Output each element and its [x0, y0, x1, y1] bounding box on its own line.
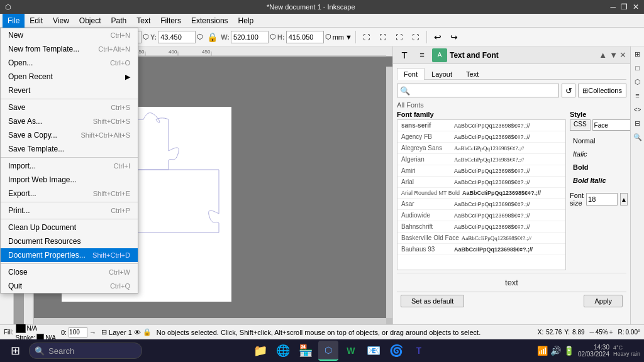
taskbar-app-chrome[interactable]: 🌀: [386, 341, 406, 361]
panel-layers-icon[interactable]: ⊟: [631, 117, 644, 129]
panel-transform-icon[interactable]: ⬡: [631, 75, 644, 88]
font-item-amiri[interactable]: Amiri AaBbCcIiPpQq123698$€¢?.;//: [397, 165, 565, 177]
panel-abc-icon[interactable]: A: [432, 48, 447, 62]
menu-import-web[interactable]: Import Web Image...: [1, 173, 138, 187]
apply-button[interactable]: Apply: [584, 295, 623, 307]
set-as-default-button[interactable]: Set as default: [401, 295, 464, 307]
redo-btn[interactable]: ↪: [447, 30, 462, 45]
h-input[interactable]: [286, 31, 324, 43]
snap-btn1[interactable]: ⛶: [359, 30, 374, 45]
panel-layout-icon[interactable]: ≡: [414, 48, 430, 62]
close-button[interactable]: ✕: [633, 3, 639, 11]
menu-doc-properties[interactable]: Document Properties... Shift+Ctrl+D: [1, 248, 138, 262]
zoom-plus[interactable]: +: [609, 329, 613, 336]
font-search-box[interactable]: 🔍: [397, 84, 559, 97]
y-input[interactable]: [158, 31, 196, 43]
menu-object[interactable]: Object: [74, 14, 106, 28]
menu-new-template[interactable]: New from Template... Ctrl+Alt+N: [1, 42, 138, 56]
collections-button[interactable]: ⊞ Collections: [578, 84, 626, 97]
tab-font[interactable]: Font: [397, 68, 425, 80]
menu-new[interactable]: New Ctrl+N: [1, 28, 138, 42]
taskbar-app-word[interactable]: W: [341, 341, 361, 361]
font-item-arial-rounded[interactable]: Arial Rounded MT Bold AaBbCcIiPpQq123698…: [397, 188, 565, 199]
menu-doc-resources[interactable]: Document Resources: [1, 234, 138, 248]
taskbar-app-teams[interactable]: T: [409, 341, 429, 361]
panel-align-icon[interactable]: ≡: [631, 89, 644, 102]
menu-save-copy[interactable]: Save a Copy... Shift+Ctrl+Alt+S: [1, 128, 138, 142]
panel-fill-icon[interactable]: ⊞: [631, 48, 644, 60]
zoom-minus[interactable]: ─: [590, 329, 594, 336]
menu-cleanup[interactable]: Clean Up Document: [1, 221, 138, 234]
clock-display[interactable]: 14:30 02/03/2024: [578, 344, 609, 358]
snap-btn3[interactable]: ⛶: [392, 30, 407, 45]
menu-help[interactable]: Help: [233, 14, 259, 28]
window-controls[interactable]: ─ ❐ ✕: [610, 3, 639, 11]
style-bold[interactable]: Bold: [570, 162, 626, 173]
font-item-bahnschrift[interactable]: Bahnschrift AaBbCcIiPpQq123698$€¢?.;//: [397, 221, 565, 233]
menu-extensions[interactable]: Extensions: [186, 14, 233, 28]
taskbar-app-inkscape[interactable]: ⬡: [318, 341, 338, 361]
opacity-input[interactable]: [69, 327, 87, 337]
css-button[interactable]: CSS: [570, 119, 591, 131]
menu-view[interactable]: View: [48, 14, 74, 28]
style-italic[interactable]: Italic: [570, 148, 626, 160]
menu-quit[interactable]: Quit Ctrl+Q: [1, 279, 138, 293]
panel-scroll-down[interactable]: ▼: [609, 50, 618, 60]
menu-save-as[interactable]: Save As... Shift+Ctrl+S: [1, 114, 138, 128]
font-item-baskerville[interactable]: Baskerville Old Face AaBbCcIiPpQq123698$…: [397, 233, 565, 244]
menu-edit[interactable]: Edit: [25, 14, 48, 28]
font-item-alegreya[interactable]: Alegreya Sans AaBbCcIiPpQq123698$€¢?.;//: [397, 143, 565, 154]
snap-btn4[interactable]: ⛶: [408, 30, 423, 45]
panel-xml-icon[interactable]: <>: [631, 103, 644, 116]
panel-search-icon[interactable]: 🔍: [631, 131, 644, 143]
taskbar-app-explorer[interactable]: 📁: [250, 341, 270, 361]
tab-text[interactable]: Text: [459, 68, 486, 80]
menu-export[interactable]: Export... Shift+Ctrl+E: [1, 187, 138, 200]
taskbar-app-outlook[interactable]: 📧: [364, 341, 384, 361]
panel-scroll-up[interactable]: ▲: [598, 50, 608, 60]
menu-open[interactable]: Open... Ctrl+O: [1, 56, 138, 70]
start-button[interactable]: ⊞: [4, 339, 26, 362]
font-item-audiowide[interactable]: Audiowide AaBbCcIiPpQq123698$€¢?.;//: [397, 210, 565, 221]
undo-btn[interactable]: ↩: [430, 30, 445, 45]
menu-filters[interactable]: Filters: [155, 14, 186, 28]
tab-layout[interactable]: Layout: [425, 68, 459, 80]
menu-path[interactable]: Path: [106, 14, 132, 28]
menu-file[interactable]: File: [3, 14, 25, 28]
coord-unit[interactable]: mm ▼: [333, 33, 352, 41]
font-item-algerian[interactable]: Algerian AaBbCcIiPpQq123698$€¢?.;//: [397, 154, 565, 165]
style-normal[interactable]: Normal: [570, 135, 626, 146]
menu-revert[interactable]: Revert: [1, 84, 138, 97]
battery-icon[interactable]: 🔋: [564, 346, 574, 356]
vertical-scrollbar[interactable]: [386, 67, 392, 318]
menu-import[interactable]: Import... Ctrl+I: [1, 159, 138, 173]
sound-icon[interactable]: 🔊: [550, 346, 561, 356]
menu-save-template[interactable]: Save Template...: [1, 142, 138, 156]
refresh-fonts-button[interactable]: ↺: [562, 84, 575, 97]
face-input[interactable]: [592, 119, 630, 131]
taskbar-search[interactable]: 🔍 Search: [29, 343, 142, 359]
menu-save[interactable]: Save Ctrl+S: [1, 101, 138, 114]
font-item-arial[interactable]: Arial AaBbCcIiPpQq123698$€¢?.;//: [397, 177, 565, 188]
font-size-up[interactable]: ▲: [620, 193, 628, 206]
font-size-input[interactable]: [586, 193, 618, 206]
maximize-button[interactable]: ❐: [621, 3, 628, 11]
font-item-agency[interactable]: Agency FB AaBbCcIiPpQq123698$€¢?.;//: [397, 131, 565, 143]
network-icon[interactable]: 📶: [537, 346, 548, 356]
font-list[interactable]: sans-serif AaBbCcIiPpQq123698$€¢?.;// Ag…: [397, 119, 566, 270]
font-item-bauhaus[interactable]: Bauhaus 93 AaBbCcIiPpQq123698$€¢?.;//: [397, 244, 565, 255]
snap-btn2[interactable]: ⛶: [375, 30, 391, 45]
font-item-asar[interactable]: Asar AaBbCcIiPpQq123698$€¢?.;//: [397, 199, 565, 210]
font-item-sans-serif[interactable]: sans-serif AaBbCcIiPpQq123698$€¢?.;//: [397, 120, 565, 131]
fill-color-box[interactable]: [16, 323, 26, 333]
menu-print[interactable]: Print... Ctrl+P: [1, 204, 138, 217]
style-bold-italic[interactable]: Bold Italic: [570, 175, 626, 186]
minimize-button[interactable]: ─: [610, 3, 616, 11]
menu-text[interactable]: Text: [131, 14, 155, 28]
panel-stroke-icon[interactable]: □: [631, 62, 644, 74]
menu-open-recent[interactable]: Open Recent ▶: [1, 70, 138, 84]
panel-close-button[interactable]: ✕: [619, 50, 626, 60]
menu-close[interactable]: Close Ctrl+W: [1, 265, 138, 279]
panel-text-icon[interactable]: T: [397, 48, 412, 62]
horizontal-scrollbar[interactable]: [34, 318, 392, 324]
